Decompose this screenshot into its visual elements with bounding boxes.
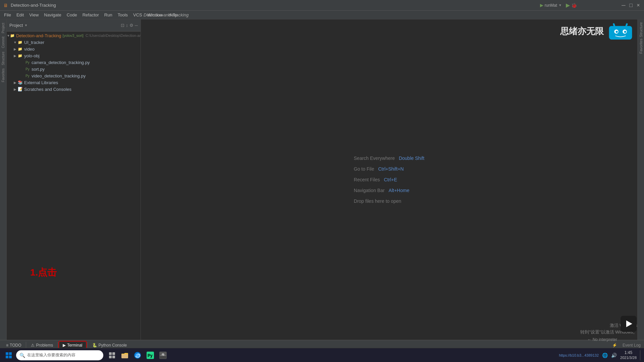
- python-console-label: Python Console: [99, 343, 127, 348]
- svg-point-6: [624, 31, 626, 33]
- video-expand-arrow: ▶: [13, 47, 17, 51]
- svg-text:Py: Py: [148, 353, 153, 358]
- camera-py-icon: Py: [25, 60, 30, 65]
- right-strip-structure[interactable]: Structure: [639, 22, 643, 37]
- menu-tools[interactable]: Tools: [115, 12, 130, 18]
- tree-item-sort-py[interactable]: Py sort.py: [7, 66, 141, 72]
- pycharm-taskbar-button[interactable]: Py: [144, 349, 156, 361]
- hint-navigation-bar-label: Navigation Bar: [354, 188, 385, 193]
- run-button[interactable]: ▶: [566, 2, 570, 8]
- tab-terminal[interactable]: ▶ Terminal: [59, 342, 86, 349]
- taskbar-right-area: https://b10.b3...4389132 🌐 🔊 1:45 2021/3…: [559, 350, 641, 360]
- tab-python-console[interactable]: 🐍 Python Console: [89, 342, 130, 349]
- left-icon-favorites[interactable]: Favorites: [1, 67, 5, 83]
- file-explorer-button[interactable]: [119, 349, 131, 361]
- run-config-chevron[interactable]: ▼: [558, 3, 562, 7]
- menu-edit[interactable]: Edit: [14, 12, 26, 18]
- sidebar-title: Project ▼: [9, 23, 28, 28]
- sidebar-collapse-all-icon[interactable]: ⊡: [121, 23, 124, 28]
- ui-tracker-label: UI_tracker: [24, 40, 44, 45]
- task-view-button[interactable]: [106, 349, 118, 361]
- run-config-icon: ▶: [540, 3, 543, 8]
- taskbar-search-box[interactable]: 🔍 在这里输入你要搜索的内容: [16, 350, 103, 360]
- scratches-icon: 📝: [17, 86, 23, 92]
- root-expand-arrow: ▼: [7, 34, 10, 38]
- hint-recent-files-shortcut: Ctrl+E: [384, 177, 397, 182]
- problems-label: Problems: [36, 343, 53, 348]
- start-button[interactable]: [3, 349, 15, 361]
- minimize-button[interactable]: ─: [621, 3, 626, 8]
- menu-code[interactable]: Code: [64, 12, 80, 18]
- play-triangle-icon: [626, 320, 632, 327]
- hint-goto-file-shortcut: Ctrl+Shift+N: [378, 166, 404, 172]
- menu-navigate[interactable]: Navigate: [41, 12, 64, 18]
- folder-icon: 📁: [10, 33, 15, 38]
- tree-item-root[interactable]: ▼ 📁 Detection-and-Tracking [yolov3_sort]…: [7, 32, 141, 39]
- hint-drop-files: Drop files here to open: [354, 198, 424, 204]
- tree-item-scratches[interactable]: ▶ 📝 Scratches and Consoles: [7, 86, 141, 93]
- tree-item-ui-tracker[interactable]: ▼ 📁 UI_tracker: [7, 39, 141, 46]
- video-py-label: video_detection_tracking.py: [32, 73, 86, 78]
- title-bar: 🖥 Detection-and-Tracking ▶ runMat ▼ ▶ 🐞 …: [0, 0, 644, 11]
- sort-py-label: sort.py: [32, 67, 45, 72]
- root-path: C:\Users\ab\Desktop\Detection-and-Trac..…: [86, 34, 141, 38]
- tab-problems[interactable]: ⚠ Problems: [28, 342, 56, 349]
- svg-rect-9: [6, 356, 8, 358]
- run-config-name: runMat: [545, 3, 557, 8]
- clock-date: 2021/3/28: [620, 355, 637, 360]
- event-log-label[interactable]: Event Log: [623, 343, 641, 348]
- yolo-obj-expand-arrow: ▶: [13, 54, 17, 58]
- no-interpreter-text: ←: [587, 337, 591, 342]
- right-strip-favorites[interactable]: Favorites: [639, 39, 643, 54]
- show-desktop-button[interactable]: [640, 350, 641, 360]
- tab-todo[interactable]: ≡ TODO: [3, 342, 24, 349]
- photos-button[interactable]: [157, 349, 169, 361]
- run-config[interactable]: ▶ runMat ▼ ▶ 🐞: [540, 2, 577, 8]
- svg-rect-0: [609, 26, 632, 40]
- network-icon[interactable]: 🌐: [602, 353, 608, 358]
- sidebar-sort-icon[interactable]: ↕: [126, 23, 128, 28]
- yolo-obj-folder-icon: 📁: [17, 53, 23, 58]
- yolo-obj-label: yolo-obj: [24, 53, 40, 58]
- project-tree: ▼ 📁 Detection-and-Tracking [yolov3_sort]…: [7, 32, 141, 340]
- project-dropdown-arrow[interactable]: ▼: [24, 23, 28, 27]
- video-py-icon: Py: [25, 73, 30, 78]
- debug-button[interactable]: 🐞: [571, 3, 577, 8]
- menu-view[interactable]: View: [26, 12, 41, 18]
- close-button[interactable]: ×: [636, 3, 641, 8]
- taskbar: 🔍 在这里输入你要搜索的内容: [0, 348, 644, 362]
- no-interpreter-status[interactable]: No interpreter: [593, 337, 617, 342]
- hint-search-everywhere-label: Search Everywhere: [354, 156, 395, 161]
- svg-rect-8: [9, 352, 12, 355]
- left-icon-project[interactable]: Project: [1, 21, 5, 35]
- menu-run[interactable]: Run: [102, 12, 115, 18]
- video-label: video: [24, 47, 35, 52]
- svg-rect-14: [112, 356, 115, 358]
- sidebar-close-icon[interactable]: ─: [135, 23, 138, 28]
- tree-item-video-py[interactable]: Py video_detection_tracking.py: [7, 72, 141, 79]
- tree-item-ext-libs[interactable]: ▶ 📚 External Libraries: [7, 79, 141, 86]
- ext-libs-expand-arrow: ▶: [13, 81, 17, 84]
- no-interpreter-label: ← No interpreter: [587, 337, 617, 342]
- menu-refactor[interactable]: Refactor: [80, 12, 102, 18]
- sidebar-settings-icon[interactable]: ⚙: [129, 23, 133, 28]
- right-strip: Structure Favorites: [637, 19, 644, 340]
- svg-point-5: [616, 31, 618, 33]
- tree-item-yolo-obj[interactable]: ▶ 📁 yolo-obj: [7, 52, 141, 59]
- svg-rect-7: [6, 352, 8, 355]
- maximize-button[interactable]: □: [629, 3, 633, 8]
- volume-icon[interactable]: 🔊: [611, 353, 617, 358]
- left-icon-structure[interactable]: Structure: [1, 50, 5, 67]
- left-icon-commit[interactable]: Commit: [1, 35, 5, 49]
- project-dropdown-label[interactable]: Project: [9, 23, 23, 28]
- todo-label: TODO: [10, 343, 21, 348]
- edge-browser-button[interactable]: [131, 349, 144, 361]
- svg-rect-11: [109, 352, 112, 355]
- left-icon-strip: Project Commit Structure Favorites: [0, 19, 7, 340]
- tree-item-video[interactable]: ▶ 📁 video: [7, 46, 141, 52]
- menu-bar: File Edit View Navigate Code Refactor Ru…: [0, 11, 644, 19]
- bilibili-play-button[interactable]: [621, 316, 637, 332]
- menu-file[interactable]: File: [1, 12, 14, 18]
- problems-icon: ⚠: [31, 343, 35, 348]
- tree-item-camera-py[interactable]: Py camera_detection_tracking.py: [7, 59, 141, 66]
